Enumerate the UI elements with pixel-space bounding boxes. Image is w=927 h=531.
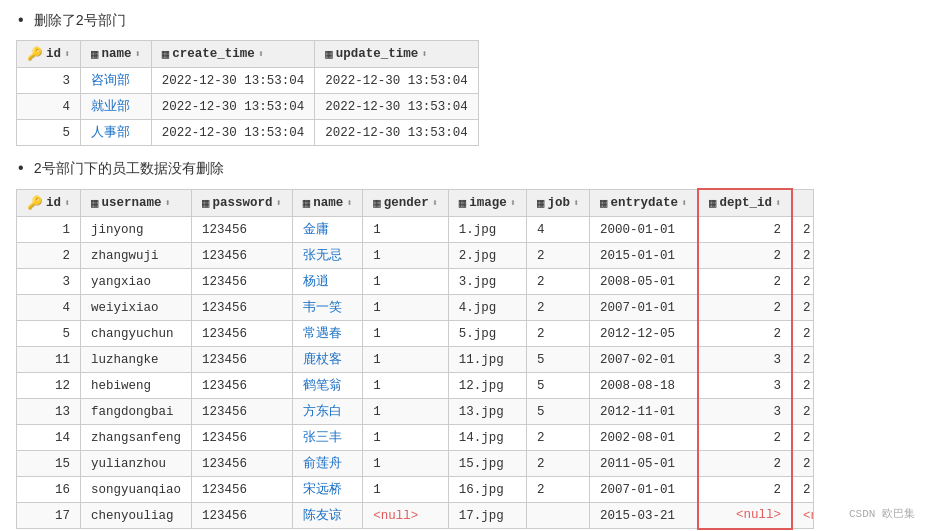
emp-cell: 1 <box>363 243 449 269</box>
dept-cell-create: 2022-12-30 13:53:04 <box>151 120 315 146</box>
emp-cell-extra: 2 <box>792 347 814 373</box>
dept-cell-name: 人事部 <box>81 120 152 146</box>
emp-cell: changyuchun <box>81 321 192 347</box>
emp-cell: 11.jpg <box>448 347 526 373</box>
dept-table-wrap: 🔑 id ⬍ ▦ name ⬍ ▦ create_time <box>16 40 911 146</box>
deleted-dept-text: 删除了2号部门 <box>34 12 126 30</box>
emp-cell-extra: 2 <box>792 217 814 243</box>
emp-row: 11luzhangke123456鹿杖客111.jpg52007-02-0132 <box>17 347 814 373</box>
emp-cell: 1 <box>363 321 449 347</box>
dept-row: 5人事部2022-12-30 13:53:042022-12-30 13:53:… <box>17 120 479 146</box>
emp-cell: jinyong <box>81 217 192 243</box>
emp-cell: 2015-03-21 <box>589 503 698 529</box>
emp-cell: 2007-01-01 <box>589 477 698 503</box>
emp-cell: 2008-05-01 <box>589 269 698 295</box>
col-icon-name: ▦ <box>91 46 99 62</box>
emp-cell: 4.jpg <box>448 295 526 321</box>
emp-cell-extra: <nu <box>792 503 814 529</box>
emp-cell: 12 <box>17 373 81 399</box>
dept-cell-id: 4 <box>17 94 81 120</box>
emp-cell-extra: 2 <box>792 269 814 295</box>
emp-row: 12hebiweng123456鹤笔翁112.jpg52008-08-1832 <box>17 373 814 399</box>
col-icon-update: ▦ <box>325 46 333 62</box>
emp-cell: 123456 <box>192 243 293 269</box>
emp-cell: 17.jpg <box>448 503 526 529</box>
emp-cell: 2 <box>698 269 792 295</box>
emp-row: 14zhangsanfeng123456张三丰114.jpg22002-08-0… <box>17 425 814 451</box>
emp-col-username: ▦ username ⬍ <box>81 189 192 217</box>
emp-col-job: ▦ job ⬍ <box>526 189 589 217</box>
emp-cell: 1 <box>363 477 449 503</box>
emp-col-icon-7: ▦ <box>600 195 608 211</box>
emp-cell: 3 <box>698 399 792 425</box>
emp-col-icon-5: ▦ <box>459 195 467 211</box>
emp-cell: 5.jpg <box>448 321 526 347</box>
emp-cell: 2.jpg <box>448 243 526 269</box>
emp-col-icon-2: ▦ <box>202 195 210 211</box>
emp-cell: 5 <box>526 347 589 373</box>
emp-cell: 15 <box>17 451 81 477</box>
emp-cell: 2015-01-01 <box>589 243 698 269</box>
emp-cell: 2 <box>698 295 792 321</box>
emp-cell: 3 <box>17 269 81 295</box>
emp-cell: 2 <box>17 243 81 269</box>
emp-cell: 123456 <box>192 503 293 529</box>
emp-cell: fangdongbai <box>81 399 192 425</box>
emp-cell: 2 <box>698 217 792 243</box>
emp-cell: 1 <box>363 425 449 451</box>
sort-icon-id[interactable]: ⬍ <box>64 48 70 60</box>
emp-cell: 4 <box>17 295 81 321</box>
emp-row: 17chenyouliag123456陈友谅<null>17.jpg2015-0… <box>17 503 814 529</box>
emp-cell: zhangwuji <box>81 243 192 269</box>
emp-cell-name: 宋远桥 <box>292 477 363 503</box>
dept-cell-update: 2022-12-30 13:53:04 <box>315 120 479 146</box>
dept-row: 4就业部2022-12-30 13:53:042022-12-30 13:53:… <box>17 94 479 120</box>
emp-cell: 13 <box>17 399 81 425</box>
emp-cell: 12.jpg <box>448 373 526 399</box>
emp-cell: 1 <box>17 217 81 243</box>
sort-icon-update[interactable]: ⬍ <box>421 48 427 60</box>
emp-row: 2zhangwuji123456张无忌12.jpg22015-01-0122 <box>17 243 814 269</box>
emp-cell: chenyouliag <box>81 503 192 529</box>
dept-cell-update: 2022-12-30 13:53:04 <box>315 68 479 94</box>
emp-cell-extra: 2 <box>792 451 814 477</box>
emp-col-icon-1: ▦ <box>91 195 99 211</box>
emp-cell-name: 金庸 <box>292 217 363 243</box>
emp-col-gender: ▦ gender ⬍ <box>363 189 449 217</box>
emp-col-icon-4: ▦ <box>373 195 381 211</box>
sort-icon-create[interactable]: ⬍ <box>258 48 264 60</box>
emp-table: 🔑 id ⬍ ▦ username ⬍ ▦ password <box>16 188 814 530</box>
emp-cell: 2008-08-18 <box>589 373 698 399</box>
emp-cell: 2 <box>526 269 589 295</box>
emp-row: 1jinyong123456金庸11.jpg42000-01-0122 <box>17 217 814 243</box>
emp-cell: 123456 <box>192 347 293 373</box>
sort-icon-name[interactable]: ⬍ <box>135 48 141 60</box>
emp-cell: 1.jpg <box>448 217 526 243</box>
emp-cell: 123456 <box>192 269 293 295</box>
emp-cell: weiyixiao <box>81 295 192 321</box>
emp-row: 4weiyixiao123456韦一笑14.jpg22007-01-0122 <box>17 295 814 321</box>
dept-cell-create: 2022-12-30 13:53:04 <box>151 68 315 94</box>
emp-cell-name: 常遇春 <box>292 321 363 347</box>
emp-cell: 1 <box>363 451 449 477</box>
dept-cell-name: 咨询部 <box>81 68 152 94</box>
emp-cell-name: 俞莲舟 <box>292 451 363 477</box>
watermark: CSDN 欧巴集 <box>845 504 919 523</box>
col-icon-create: ▦ <box>162 46 170 62</box>
dept-cell-create: 2022-12-30 13:53:04 <box>151 94 315 120</box>
emp-col-name: ▦ name ⬍ <box>292 189 363 217</box>
emp-cell: 3 <box>698 347 792 373</box>
emp-col-image: ▦ image ⬍ <box>448 189 526 217</box>
emp-cell: 2000-01-01 <box>589 217 698 243</box>
key-icon: 🔑 <box>27 46 43 62</box>
bullet-emp-not-deleted: • 2号部门下的员工数据没有删除 <box>16 160 911 178</box>
emp-cell: 2 <box>526 243 589 269</box>
emp-cell: <null> <box>363 503 449 529</box>
emp-cell: 1 <box>363 399 449 425</box>
bullet-deleted-dept: • 删除了2号部门 <box>16 12 911 30</box>
emp-cell-name: 张无忌 <box>292 243 363 269</box>
emp-cell: 2 <box>526 425 589 451</box>
emp-cell-extra: 2 <box>792 399 814 425</box>
emp-cell: 4 <box>526 217 589 243</box>
emp-cell <box>526 503 589 529</box>
